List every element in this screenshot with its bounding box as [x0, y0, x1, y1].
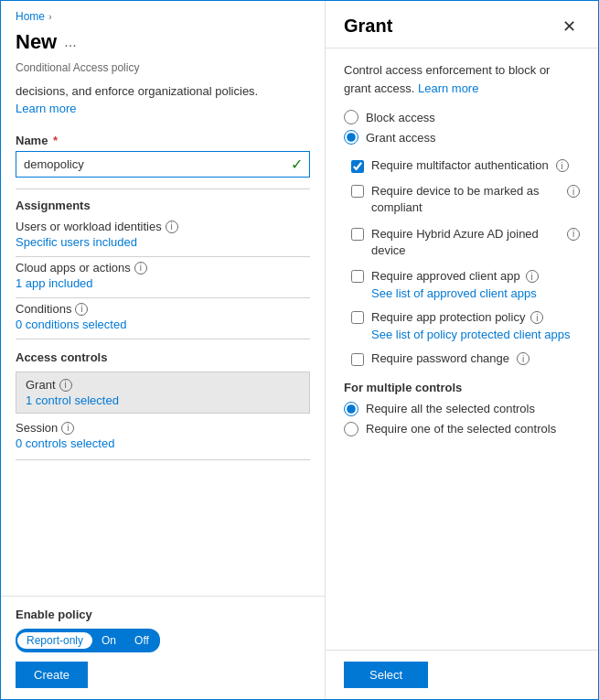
session-label: Session i — [16, 421, 310, 435]
select-button[interactable]: Select — [344, 662, 428, 688]
block-access-row: Block access — [344, 110, 580, 124]
mfa-info-icon[interactable]: i — [556, 159, 569, 172]
grant-box[interactable]: Grant i 1 control selected — [16, 372, 310, 414]
close-button[interactable]: ✕ — [559, 16, 580, 37]
compliant-label-group: Require device to be marked as compliant — [371, 183, 560, 216]
description-text: decisions, and enforce organizational po… — [1, 81, 325, 102]
block-access-radio[interactable] — [344, 110, 358, 124]
conditions-info-icon[interactable]: i — [75, 303, 88, 316]
approved-app-link[interactable]: See list of approved client apps — [371, 286, 539, 300]
approved-app-info-icon[interactable]: i — [526, 270, 539, 283]
hybrid-checkbox[interactable] — [351, 228, 364, 241]
grant-value[interactable]: 1 control selected — [26, 393, 300, 407]
grant-access-row: Grant access — [344, 130, 580, 145]
access-controls-title: Access controls — [16, 345, 310, 368]
grant-access-radio[interactable] — [344, 130, 358, 145]
conditions-value[interactable]: 0 conditions selected — [16, 316, 310, 333]
learn-more-link[interactable]: Learn more — [1, 102, 325, 126]
compliant-checkbox-row: Require device to be marked as compliant… — [351, 183, 580, 216]
require-all-label[interactable]: Require all the selected controls — [366, 402, 535, 415]
name-input[interactable] — [16, 151, 310, 178]
policy-toggle-row: Report-only On Off — [16, 629, 310, 652]
compliant-info-icon[interactable]: i — [567, 185, 580, 198]
name-label: Name * — [16, 134, 310, 147]
panel-title: Grant — [344, 16, 392, 37]
require-one-radio[interactable] — [344, 422, 358, 436]
breadcrumb-chevron: › — [48, 11, 52, 22]
policy-toggle[interactable]: Report-only On Off — [16, 629, 160, 652]
grant-access-label[interactable]: Grant access — [366, 131, 436, 145]
page-header: New ... — [1, 27, 325, 61]
name-input-wrapper: ✓ — [16, 151, 310, 178]
more-icon[interactable]: ... — [64, 34, 76, 50]
name-section: Name * ✓ — [1, 126, 325, 188]
cloud-apps-info-icon[interactable]: i — [134, 262, 147, 275]
protection-policy-checkbox-row: Require app protection policy i See list… — [351, 309, 580, 341]
mfa-checkbox[interactable] — [351, 160, 364, 173]
panel-learn-more-link[interactable]: Learn more — [418, 81, 478, 95]
panel-footer: Select — [326, 650, 598, 699]
create-button[interactable]: Create — [16, 662, 88, 688]
require-all-radio[interactable] — [344, 402, 358, 416]
cloud-apps-value[interactable]: 1 app included — [16, 275, 310, 292]
enable-policy-title: Enable policy — [16, 608, 310, 621]
panel-body: Control access enforcement to block or g… — [326, 48, 598, 650]
users-label: Users or workload identities i — [16, 220, 310, 233]
password-change-info-icon[interactable]: i — [517, 352, 529, 365]
protection-policy-label-group: Require app protection policy i See list… — [371, 309, 571, 341]
approved-app-checkbox-row: Require approved client app i See list o… — [351, 268, 580, 300]
hybrid-info-icon[interactable]: i — [567, 228, 580, 241]
toggle-on[interactable]: On — [92, 632, 125, 649]
compliant-checkbox[interactable] — [351, 185, 364, 198]
require-one-row: Require one of the selected controls — [344, 422, 580, 436]
approved-app-label: Require approved client app — [371, 268, 520, 285]
toggle-off[interactable]: Off — [125, 632, 158, 649]
session-info-icon[interactable]: i — [61, 422, 74, 435]
users-info-icon[interactable]: i — [166, 221, 178, 233]
password-change-checkbox-row: Require password change i — [351, 350, 580, 367]
access-controls-section: Access controls Grant i 1 control select… — [1, 339, 325, 459]
password-change-label[interactable]: Require password change — [371, 350, 509, 367]
breadcrumb-home[interactable]: Home — [16, 10, 45, 23]
session-section: Session i 0 controls selected — [16, 417, 310, 456]
protection-policy-link[interactable]: See list of policy protected client apps — [371, 328, 571, 341]
toggle-report-only[interactable]: Report-only — [17, 632, 92, 649]
page-title: New — [16, 30, 57, 54]
hybrid-label: Require Hybrid Azure AD joined device — [371, 226, 560, 259]
access-options-group: Block access Grant access — [344, 110, 580, 145]
conditions-label: Conditions i — [16, 302, 310, 316]
hybrid-checkbox-row: Require Hybrid Azure AD joined device i — [351, 226, 580, 259]
breadcrumb: Home › — [1, 1, 325, 27]
mfa-label[interactable]: Require multifactor authentication — [371, 157, 549, 174]
users-subsection: Users or workload identities i Specific … — [1, 216, 325, 256]
right-panel: Grant ✕ Control access enforcement to bl… — [326, 1, 598, 699]
conditions-subsection: Conditions i 0 conditions selected — [1, 298, 325, 339]
grant-box-title: Grant i — [26, 378, 300, 392]
compliant-label: Require device to be marked as compliant — [371, 183, 560, 216]
hybrid-label-group: Require Hybrid Azure AD joined device — [371, 226, 560, 259]
policy-subtitle: Conditional Access policy — [1, 61, 325, 81]
require-one-label[interactable]: Require one of the selected controls — [366, 422, 556, 436]
enable-policy-section: Enable policy Report-only On Off Create — [1, 596, 325, 699]
block-access-label[interactable]: Block access — [366, 111, 435, 124]
panel-header: Grant ✕ — [326, 1, 598, 48]
protection-policy-info-icon[interactable]: i — [530, 311, 543, 324]
assignments-title: Assignments — [1, 189, 325, 216]
cloud-apps-subsection: Cloud apps or actions i 1 app included — [1, 257, 325, 297]
password-change-checkbox[interactable] — [351, 353, 364, 366]
users-value[interactable]: Specific users included — [16, 233, 310, 251]
required-star: * — [49, 134, 58, 147]
protection-policy-label: Require app protection policy — [371, 309, 525, 326]
protection-policy-checkbox[interactable] — [351, 311, 364, 324]
session-value[interactable]: 0 controls selected — [16, 435, 310, 452]
panel-description: Control access enforcement to block or g… — [344, 61, 580, 97]
multiple-controls-group: Require all the selected controls Requir… — [344, 402, 580, 436]
checkboxes-section: Require multifactor authentication i Req… — [351, 157, 580, 368]
for-multiple-title: For multiple controls — [344, 381, 580, 394]
left-panel: Home › New ... Conditional Access policy… — [1, 1, 326, 699]
require-all-row: Require all the selected controls — [344, 402, 580, 416]
approved-app-checkbox[interactable] — [351, 270, 364, 283]
grant-info-icon[interactable]: i — [59, 379, 72, 392]
approved-app-label-group: Require approved client app i See list o… — [371, 268, 539, 300]
cloud-apps-label: Cloud apps or actions i — [16, 261, 310, 275]
